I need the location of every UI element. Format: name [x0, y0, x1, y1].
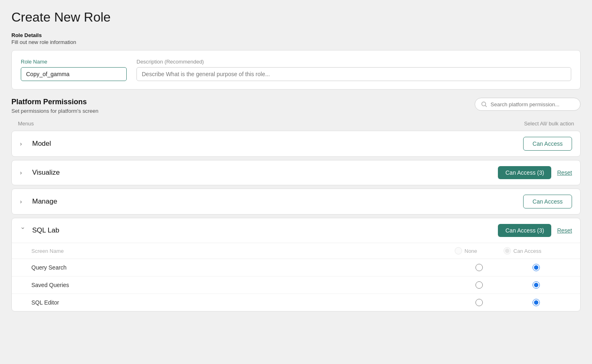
sql-editor-access-radio[interactable] — [533, 299, 540, 306]
saved-queries-none-radio[interactable] — [475, 281, 483, 289]
permission-row-sqllab-header[interactable]: › SQL Lab Can Access (3) Reset — [12, 218, 580, 243]
table-header: Menus Select All/ bulk action — [11, 118, 581, 129]
permission-row-manage-header[interactable]: › Manage Can Access — [12, 189, 580, 214]
search-icon — [481, 101, 487, 107]
chevron-right-icon: › — [20, 198, 26, 205]
chevron-right-icon: › — [20, 169, 26, 176]
sqllab-sub-header: Screen Name None Can Access — [12, 243, 580, 259]
col-menus-label: Menus — [18, 121, 34, 127]
col-none-label: None — [464, 248, 477, 254]
permission-row-model: › Model Can Access — [11, 131, 581, 157]
permission-row-sqllab: › SQL Lab Can Access (3) Reset Screen Na… — [11, 218, 581, 311]
sql-editor-none-radio[interactable] — [475, 299, 483, 306]
permissions-title: Platform Permissions — [11, 98, 98, 106]
chevron-down-icon: › — [20, 227, 26, 234]
permission-row-visualize: › Visualize Can Access (3) Reset — [11, 160, 581, 185]
section-sublabel-role-details: Fill out new role information — [11, 39, 581, 45]
col-access-label: Can Access — [513, 248, 541, 254]
visualize-can-access-button[interactable]: Can Access (3) — [498, 166, 551, 179]
saved-queries-access-radio[interactable] — [533, 281, 540, 289]
svg-point-0 — [482, 102, 486, 106]
svg-line-1 — [485, 105, 487, 107]
sqllab-expanded-content: Screen Name None Can Access Query Search — [12, 243, 580, 311]
role-details-card: Role Name Description (Recommended) — [11, 50, 581, 90]
visualize-reset-button[interactable]: Reset — [557, 169, 572, 176]
page-title: Create New Role — [11, 10, 581, 25]
header-access-radio[interactable] — [504, 247, 511, 254]
col-none-header: None — [455, 247, 504, 254]
header-none-radio[interactable] — [455, 247, 462, 254]
visualize-menu-name: Visualize — [32, 169, 60, 177]
role-name-label: Role Name — [21, 59, 127, 65]
manage-menu-name: Manage — [32, 197, 57, 206]
model-can-access-button[interactable]: Can Access — [523, 137, 572, 151]
sqllab-reset-button[interactable]: Reset — [557, 227, 572, 234]
description-label: Description (Recommended) — [136, 59, 571, 65]
sqllab-row-query-search: Query Search — [12, 259, 580, 276]
permission-row-model-header[interactable]: › Model Can Access — [12, 131, 580, 156]
sqllab-menu-name: SQL Lab — [32, 226, 59, 235]
manage-can-access-button[interactable]: Can Access — [523, 195, 572, 208]
description-input[interactable] — [136, 67, 571, 81]
col-screen-name: Screen Name — [31, 248, 455, 254]
col-action-label: Select All/ bulk action — [524, 121, 574, 127]
permission-row-visualize-header[interactable]: › Visualize Can Access (3) Reset — [12, 160, 580, 185]
permissions-subtitle: Set permissions for platform's screen — [11, 108, 98, 114]
sqllab-row-saved-queries: Saved Queries — [12, 276, 580, 294]
sqllab-row-sql-editor: SQL Editor — [12, 294, 580, 311]
permission-row-manage: › Manage Can Access — [11, 189, 581, 215]
role-name-input[interactable] — [21, 67, 127, 81]
search-box[interactable] — [475, 98, 581, 111]
query-search-access-radio[interactable] — [533, 264, 540, 271]
saved-queries-name: Saved Queries — [31, 282, 455, 288]
sqllab-can-access-button[interactable]: Can Access (3) — [498, 224, 551, 237]
chevron-right-icon: › — [20, 140, 26, 147]
col-access-header: Can Access — [504, 247, 569, 254]
model-menu-name: Model — [32, 140, 51, 148]
query-search-none-radio[interactable] — [475, 264, 483, 271]
search-platform-input[interactable] — [491, 101, 572, 107]
query-search-name: Query Search — [31, 264, 455, 271]
section-label-role-details: Role Details — [11, 32, 581, 38]
sql-editor-name: SQL Editor — [31, 299, 455, 306]
